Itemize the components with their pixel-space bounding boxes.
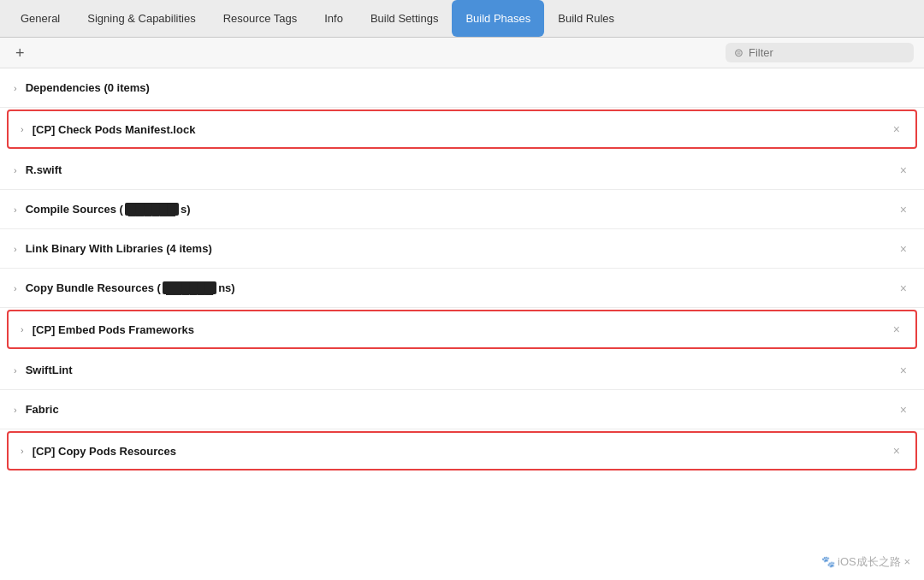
phase-row-check-pods: ›[CP] Check Pods Manifest.lock× [7,109,917,149]
main-content: + ⊜ ›Dependencies (0 items)›[CP] Check P… [0,38,924,580]
phase-row-swiftlint: ›SwiftLint× [0,351,924,390]
redacted-text-compile-sources: ██████ [125,203,179,216]
chevron-icon-embed-pods[interactable]: › [21,324,24,334]
phase-row-copy-pods-resources: ›[CP] Copy Pods Resources× [7,431,917,471]
phase-label-copy-pods-resources: [CP] Copy Pods Resources [33,445,883,458]
chevron-icon-dependencies[interactable]: › [14,83,17,93]
add-phase-button[interactable]: + [10,44,30,62]
phase-row-dependencies: ›Dependencies (0 items) [0,68,924,108]
phase-row-fabric: ›Fabric× [0,390,924,429]
phase-label-swiftlint: SwiftLint [26,364,890,376]
phase-row-compile-sources: ›Compile Sources (██████s)× [0,190,924,229]
close-button-link-binary[interactable]: × [897,242,910,256]
redacted-text-copy-bundle: ██████ [163,281,216,294]
close-button-copy-pods-resources[interactable]: × [890,444,903,458]
chevron-icon-link-binary[interactable]: › [14,244,17,254]
close-button-swiftlint[interactable]: × [897,364,910,377]
filter-input[interactable] [749,46,905,59]
close-button-embed-pods[interactable]: × [890,323,903,336]
phase-label-dependencies: Dependencies (0 items) [26,81,910,94]
toolbar: + ⊜ [0,38,924,68]
close-button-fabric[interactable]: × [897,403,910,417]
tab-build-settings[interactable]: Build Settings [357,0,453,37]
phase-label-compile-sources: Compile Sources (██████s) [26,203,890,216]
tab-resource-tags[interactable]: Resource Tags [210,0,311,37]
tab-general[interactable]: General [7,0,74,37]
phase-label-link-binary: Link Binary With Libraries (4 items) [26,242,890,255]
phase-label-copy-bundle: Copy Bundle Resources (██████ns) [26,281,890,294]
tab-info[interactable]: Info [311,0,357,37]
close-button-copy-bundle[interactable]: × [897,281,910,295]
phases-list: ›Dependencies (0 items)›[CP] Check Pods … [0,68,924,580]
filter-container: ⊜ [726,43,914,62]
tab-build-rules[interactable]: Build Rules [544,0,628,37]
chevron-icon-copy-pods-resources[interactable]: › [21,446,24,456]
phase-row-link-binary: ›Link Binary With Libraries (4 items)× [0,229,924,269]
phase-label-check-pods: [CP] Check Pods Manifest.lock [33,123,883,136]
chevron-icon-check-pods[interactable]: › [21,124,24,134]
close-button-compile-sources[interactable]: × [897,203,910,216]
phase-label-r-swift: R.swift [26,163,890,176]
filter-icon: ⊜ [734,46,743,59]
phase-row-r-swift: ›R.swift× [0,151,924,190]
chevron-icon-compile-sources[interactable]: › [14,204,17,215]
close-button-check-pods[interactable]: × [890,122,903,136]
chevron-icon-copy-bundle[interactable]: › [14,283,17,293]
chevron-icon-fabric[interactable]: › [14,405,17,415]
chevron-icon-swiftlint[interactable]: › [14,365,17,376]
tab-build-phases[interactable]: Build Phases [452,0,544,37]
tab-signing[interactable]: Signing & Capabilities [74,0,209,37]
phase-label-embed-pods: [CP] Embed Pods Frameworks [33,323,883,336]
phase-row-copy-bundle: ›Copy Bundle Resources (██████ns)× [0,269,924,308]
tab-bar: GeneralSigning & CapabilitiesResource Ta… [0,0,924,38]
chevron-icon-r-swift[interactable]: › [14,165,17,175]
close-button-r-swift[interactable]: × [897,163,910,177]
phase-label-fabric: Fabric [26,403,890,416]
phase-row-embed-pods: ›[CP] Embed Pods Frameworks× [7,310,917,349]
